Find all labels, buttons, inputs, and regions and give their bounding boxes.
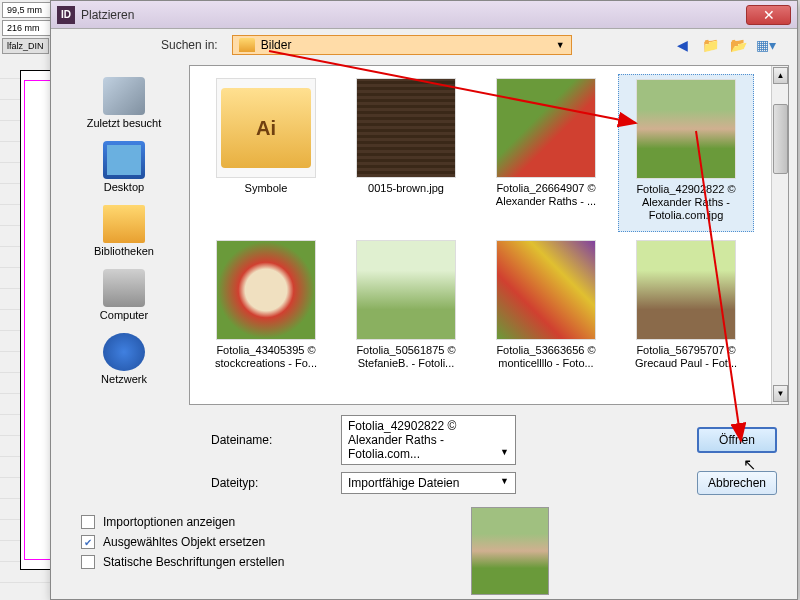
sidebar-item-desktop[interactable]: Desktop	[63, 137, 185, 197]
indesign-background: 99,5 mm 216 mm lfalz_DIN	[0, 0, 55, 600]
file-item-folder[interactable]: Symbole	[198, 74, 334, 232]
cancel-button[interactable]: Abbrechen	[697, 471, 777, 495]
file-label: Fotolia_53663656 © monticellllo - Foto..…	[482, 344, 610, 370]
dialog-title: Platzieren	[81, 8, 746, 22]
file-item-selected[interactable]: Fotolia_42902822 © Alexander Raths - Fot…	[618, 74, 754, 232]
back-icon[interactable]: ◀	[671, 34, 693, 56]
filetype-label: Dateityp:	[211, 476, 331, 490]
file-item[interactable]: Fotolia_26664907 © Alexander Raths - ...	[478, 74, 614, 232]
sidebar-item-label: Zuletzt besucht	[87, 117, 162, 129]
preview-thumbnail	[471, 507, 549, 595]
document-tab[interactable]: lfalz_DIN	[2, 38, 49, 54]
sidebar-item-label: Netzwerk	[101, 373, 147, 385]
sidebar-item-computer[interactable]: Computer	[63, 265, 185, 325]
file-item[interactable]: Fotolia_53663656 © monticellllo - Foto..…	[478, 236, 614, 394]
scroll-down-icon[interactable]: ▼	[773, 385, 788, 402]
file-item[interactable]: Fotolia_43405395 © stockcreations - Fo..…	[198, 236, 334, 394]
libraries-icon	[103, 205, 145, 243]
file-item[interactable]: 0015-brown.jpg	[338, 74, 474, 232]
checkbox-replace-selected[interactable]: ✔ Ausgewähltes Objekt ersetzen	[81, 535, 767, 549]
file-label: Fotolia_50561875 © StefanieB. - Fotoli..…	[342, 344, 470, 370]
chevron-down-icon: ▼	[556, 40, 565, 50]
sidebar-item-network[interactable]: Netzwerk	[63, 329, 185, 389]
checkbox-icon	[81, 515, 95, 529]
new-folder-icon[interactable]: 📂	[727, 34, 749, 56]
app-icon: ID	[57, 6, 75, 24]
image-thumb	[216, 240, 316, 340]
ruler-x: 99,5 mm	[2, 2, 53, 18]
view-menu-icon[interactable]: ▦▾	[755, 34, 777, 56]
recent-icon	[103, 77, 145, 115]
image-thumb	[356, 78, 456, 178]
page-margin	[24, 80, 52, 560]
checkbox-import-options[interactable]: Importoptionen anzeigen	[81, 515, 767, 529]
file-label: Fotolia_43405395 © stockcreations - Fo..…	[202, 344, 330, 370]
open-button[interactable]: Öffnen	[697, 427, 777, 453]
file-list[interactable]: Symbole 0015-brown.jpg Fotolia_26664907 …	[189, 65, 789, 405]
desktop-icon	[103, 141, 145, 179]
checkbox-label: Ausgewähltes Objekt ersetzen	[103, 535, 265, 549]
filetype-dropdown[interactable]: Importfähige Dateien ▼	[341, 472, 516, 494]
scrollbar-vertical[interactable]: ▲ ▼	[771, 66, 788, 404]
place-dialog: ID Platzieren ✕ Suchen in: Bilder ▼ ◀ 📁 …	[50, 0, 798, 600]
scroll-up-icon[interactable]: ▲	[773, 67, 788, 84]
scroll-thumb[interactable]	[773, 104, 788, 174]
folder-dropdown[interactable]: Bilder ▼	[232, 35, 572, 55]
checkbox-icon	[81, 555, 95, 569]
file-label: Fotolia_26664907 © Alexander Raths - ...	[482, 182, 610, 208]
sidebar-item-label: Computer	[100, 309, 148, 321]
folder-icon	[239, 38, 255, 52]
places-sidebar: Zuletzt besucht Desktop Bibliotheken Com…	[59, 65, 189, 405]
file-item[interactable]: Fotolia_56795707 © Grecaud Paul - Fot...	[618, 236, 754, 394]
image-thumb	[496, 240, 596, 340]
sidebar-item-label: Bibliotheken	[94, 245, 154, 257]
file-label: Symbole	[245, 182, 288, 195]
up-folder-icon[interactable]: 📁	[699, 34, 721, 56]
folder-name: Bilder	[261, 38, 292, 52]
file-label: Fotolia_42902822 © Alexander Raths - Fot…	[623, 183, 749, 223]
titlebar[interactable]: ID Platzieren ✕	[51, 1, 797, 29]
computer-icon	[103, 269, 145, 307]
checkbox-static-captions[interactable]: Statische Beschriftungen erstellen	[81, 555, 767, 569]
checkbox-icon: ✔	[81, 535, 95, 549]
filename-label: Dateiname:	[211, 433, 331, 447]
image-thumb	[496, 78, 596, 178]
search-in-label: Suchen in:	[161, 38, 218, 52]
file-item[interactable]: Fotolia_50561875 © StefanieB. - Fotoli..…	[338, 236, 474, 394]
sidebar-item-libraries[interactable]: Bibliotheken	[63, 201, 185, 261]
folder-thumb-icon	[221, 88, 311, 168]
close-button[interactable]: ✕	[746, 5, 791, 25]
sidebar-item-label: Desktop	[104, 181, 144, 193]
file-label: 0015-brown.jpg	[368, 182, 444, 195]
checkbox-label: Statische Beschriftungen erstellen	[103, 555, 284, 569]
ruler-y: 216 mm	[2, 20, 53, 36]
file-label: Fotolia_56795707 © Grecaud Paul - Fot...	[622, 344, 750, 370]
checkbox-label: Importoptionen anzeigen	[103, 515, 235, 529]
image-thumb	[636, 79, 736, 179]
image-thumb	[636, 240, 736, 340]
sidebar-item-recent[interactable]: Zuletzt besucht	[63, 73, 185, 133]
filename-input[interactable]: Fotolia_42902822 © Alexander Raths - Fot…	[341, 415, 516, 465]
network-icon	[103, 333, 145, 371]
image-thumb	[356, 240, 456, 340]
